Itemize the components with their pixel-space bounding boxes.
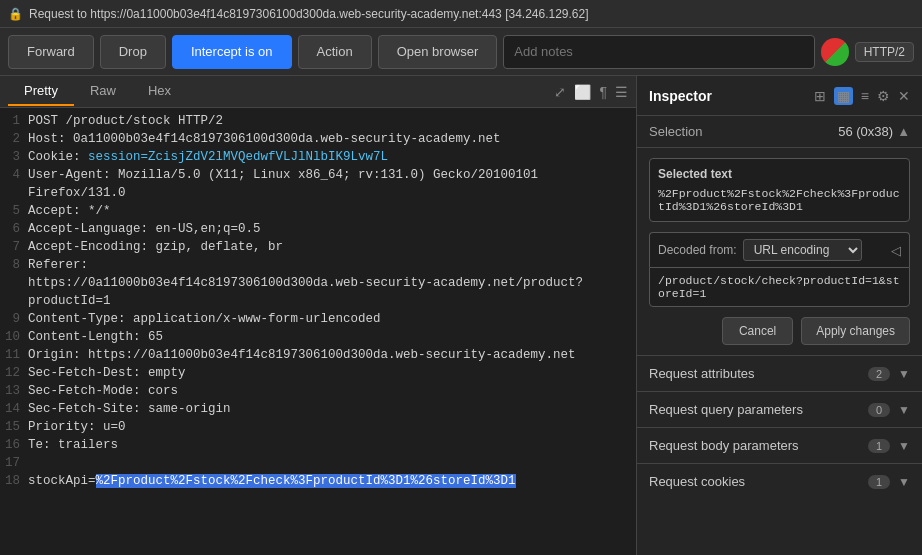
table-row: 9 Content-Type: application/x-www-form-u… (0, 310, 636, 328)
table-row: 10 Content-Length: 65 (0, 328, 636, 346)
selected-text-value: %2Fproduct%2Fstock%2Fcheck%3FproductId%3… (658, 187, 901, 213)
editor-tab-icons: ⤢ ⬜ ¶ ☰ (554, 84, 628, 100)
inspector-icons: ⊞ ▦ ≡ ⚙ ✕ (814, 87, 910, 105)
table-row: Firefox/131.0 (0, 184, 636, 202)
accordion-body-params[interactable]: Request body parameters 1 ▼ (637, 427, 922, 463)
settings-icon[interactable]: ⚙ (877, 88, 890, 104)
table-row: 14 Sec-Fetch-Site: same-origin (0, 400, 636, 418)
code-area[interactable]: 1 POST /product/stock HTTP/2 2 Host: 0a1… (0, 108, 636, 555)
grid-two-icon[interactable]: ⊞ (814, 88, 826, 104)
forward-button[interactable]: Forward (8, 35, 94, 69)
accordion-badge: 2 (868, 367, 890, 381)
menu-icon[interactable]: ☰ (615, 84, 628, 100)
tab-pretty[interactable]: Pretty (8, 77, 74, 106)
tab-hex[interactable]: Hex (132, 77, 187, 106)
table-row: 16 Te: trailers (0, 436, 636, 454)
inspector-panel: Inspector ⊞ ▦ ≡ ⚙ ✕ Selection 56 (0x38) … (637, 76, 922, 555)
lock-icon: 🔒 (8, 7, 23, 21)
editor-panel: Pretty Raw Hex ⤢ ⬜ ¶ ☰ 1 POST /product/s… (0, 76, 637, 555)
table-row: 11 Origin: https://0a11000b03e4f14c81973… (0, 346, 636, 364)
table-row: 15 Priority: u=0 (0, 418, 636, 436)
add-notes-input[interactable] (503, 35, 814, 69)
encoding-select[interactable]: URL encoding HTML encoding Base64 (743, 239, 862, 261)
decoded-from-row: Decoded from: URL encoding HTML encoding… (649, 232, 910, 267)
table-row: https://0a11000b03e4f14c8197306100d300da… (0, 274, 636, 292)
table-row: 8 Referer: (0, 256, 636, 274)
table-row: 13 Sec-Fetch-Mode: cors (0, 382, 636, 400)
table-row: 3 Cookie: session=ZcisjZdV2lMVQedwfVLJlN… (0, 148, 636, 166)
table-row: 2 Host: 0a11000b03e4f14c8197306100d300da… (0, 130, 636, 148)
table-row: productId=1 (0, 292, 636, 310)
table-row: 5 Accept: */* (0, 202, 636, 220)
drop-button[interactable]: Drop (100, 35, 166, 69)
list-icon[interactable]: ≡ (861, 88, 869, 104)
grid-one-icon[interactable]: ▦ (834, 87, 853, 105)
decoded-value-box: /product/stock/check?productId=1&storeId… (649, 267, 910, 307)
http2-badge: HTTP/2 (855, 42, 914, 62)
action-button[interactable]: Action (298, 35, 372, 69)
accordion-cookies[interactable]: Request cookies 1 ▼ (637, 463, 922, 499)
table-row: 7 Accept-Encoding: gzip, deflate, br (0, 238, 636, 256)
selected-text-box: Selected text %2Fproduct%2Fstock%2Fcheck… (649, 158, 910, 222)
table-row: 1 POST /product/stock HTTP/2 (0, 112, 636, 130)
chevron-down-icon: ▼ (898, 403, 910, 417)
chevron-down-icon: ▼ (898, 439, 910, 453)
selection-row: Selection 56 (0x38) ▲ (637, 116, 922, 148)
table-row: 12 Sec-Fetch-Dest: empty (0, 364, 636, 382)
accordion-query-params[interactable]: Request query parameters 0 ▼ (637, 391, 922, 427)
main-layout: Pretty Raw Hex ⤢ ⬜ ¶ ☰ 1 POST /product/s… (0, 76, 922, 555)
chevron-down-icon: ▼ (898, 367, 910, 381)
action-buttons: Cancel Apply changes (649, 317, 910, 345)
inspector-icon[interactable]: ¶ (599, 84, 607, 100)
chevron-up-icon[interactable]: ▲ (897, 124, 910, 139)
table-row: 18 stockApi=%2Fproduct%2Fstock%2Fcheck%3… (0, 472, 636, 490)
selection-label: Selection (649, 124, 838, 139)
table-row: 6 Accept-Language: en-US,en;q=0.5 (0, 220, 636, 238)
toolbar: Forward Drop Intercept is on Action Open… (0, 28, 922, 76)
open-browser-button[interactable]: Open browser (378, 35, 498, 69)
cancel-button[interactable]: Cancel (722, 317, 793, 345)
accordion-title: Request body parameters (649, 438, 868, 453)
tab-raw[interactable]: Raw (74, 77, 132, 106)
portswigger-logo (821, 38, 849, 66)
accordion-badge: 1 (868, 439, 890, 453)
editor-tabs: Pretty Raw Hex ⤢ ⬜ ¶ ☰ (0, 76, 636, 108)
decoded-extra-icon: ◁ (891, 243, 901, 258)
no-wrap-icon[interactable]: ⤢ (554, 84, 566, 100)
accordion-title: Request attributes (649, 366, 868, 381)
apply-changes-button[interactable]: Apply changes (801, 317, 910, 345)
table-row: 17 (0, 454, 636, 472)
accordion-title: Request query parameters (649, 402, 868, 417)
chevron-down-icon: ▼ (898, 475, 910, 489)
accordion-request-attributes[interactable]: Request attributes 2 ▼ (637, 355, 922, 391)
request-url: Request to https://0a11000b03e4f14c81973… (29, 7, 914, 21)
selected-text-label: Selected text (658, 167, 901, 181)
accordion-badge: 1 (868, 475, 890, 489)
table-row: 4 User-Agent: Mozilla/5.0 (X11; Linux x8… (0, 166, 636, 184)
word-wrap-icon[interactable]: ⬜ (574, 84, 591, 100)
close-icon[interactable]: ✕ (898, 88, 910, 104)
accordion-badge: 0 (868, 403, 890, 417)
top-bar: 🔒 Request to https://0a11000b03e4f14c819… (0, 0, 922, 28)
inspector-header: Inspector ⊞ ▦ ≡ ⚙ ✕ (637, 76, 922, 116)
selection-value: 56 (0x38) (838, 124, 893, 139)
intercept-button[interactable]: Intercept is on (172, 35, 292, 69)
decoded-from-label: Decoded from: (658, 243, 737, 257)
accordion-title: Request cookies (649, 474, 868, 489)
inspector-title: Inspector (649, 88, 814, 104)
